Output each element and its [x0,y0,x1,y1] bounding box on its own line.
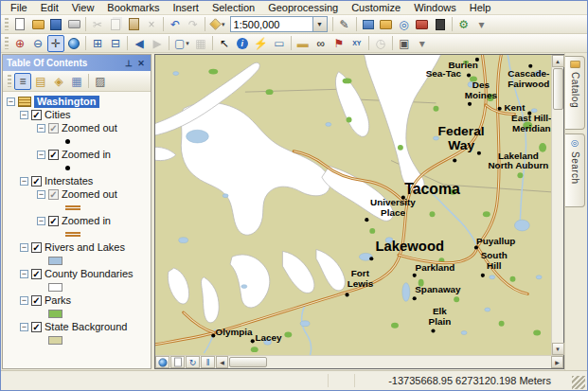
print-button[interactable] [65,16,82,33]
catalog-window-button[interactable] [378,16,395,33]
scroll-left-icon[interactable]: ◀ [216,356,228,368]
measure-button[interactable]: ▬ [294,35,312,52]
find-button[interactable]: ∞ [312,35,330,52]
scroll-up-icon[interactable]: ▲ [552,55,564,67]
list-by-drawing-order-button[interactable]: ≡ [14,73,31,90]
menu-selection[interactable]: Selection [205,1,261,14]
time-slider-button[interactable]: ◷ [372,35,389,52]
full-extent-button[interactable] [65,35,82,52]
toolbar-overflow-button[interactable]: ▾ [414,35,431,52]
toc-options-button[interactable]: ▨ [92,73,109,90]
zoom-in-button[interactable]: ⊕ [11,35,28,52]
collapse-icon[interactable]: − [20,243,28,252]
menu-insert[interactable]: Insert [166,1,205,14]
paste-button[interactable] [125,16,142,33]
hyperlink-button[interactable]: ⚡ [252,35,270,52]
copy-button[interactable] [107,16,124,33]
modelbuilder-window-button[interactable]: ⚙ [455,16,472,33]
fill-symbol[interactable] [48,310,62,318]
resize-grip[interactable] [572,376,585,389]
find-route-button[interactable]: ⚑ [330,35,347,52]
menu-customize[interactable]: Customize [345,1,407,14]
layer-checkbox[interactable]: ✓ [48,150,59,160]
new-document-button[interactable] [11,16,28,33]
collapse-icon[interactable]: − [37,151,45,159]
pin-icon[interactable]: ⊥ [123,59,134,68]
scroll-down-icon[interactable]: ▼ [552,343,564,355]
map-canvas[interactable]: BurienSea-TacCascade-FairwoodDesMoinesKe… [155,55,551,355]
toolbar-overflow-button[interactable]: ▾ [473,16,490,33]
add-data-button[interactable]: ▾ [208,16,227,33]
close-icon[interactable]: ✕ [135,59,147,68]
pan-button[interactable]: ✛ [47,35,64,52]
fill-symbol[interactable] [48,336,62,345]
layer-label[interactable]: Parks [45,294,71,307]
layer-checkbox[interactable]: ✓ [31,295,42,306]
fill-symbol[interactable] [48,283,62,292]
layer-checkbox[interactable]: ✓ [31,322,42,332]
layer-checkbox[interactable]: ✓ [31,242,42,253]
refresh-view-button[interactable]: ↻ [186,356,200,368]
collapse-icon[interactable]: − [37,124,45,133]
horizontal-scroll-thumb[interactable] [229,357,267,367]
viewer-window-button[interactable]: ▣ [396,35,413,52]
menu-help[interactable]: Help [463,1,498,14]
collapse-icon[interactable]: − [20,323,28,331]
layer-label[interactable]: Cities [45,109,71,121]
search-window-button[interactable]: ◎ [396,16,413,33]
pause-drawing-button[interactable]: ‖ [201,356,215,368]
menu-bookmarks[interactable]: Bookmarks [100,1,166,14]
fixed-zoom-out-button[interactable]: ⊟ [107,35,124,52]
map-scale-combo[interactable]: ▼ [230,16,328,32]
layer-label[interactable]: Zoomed out [62,188,117,201]
collapse-icon[interactable]: − [37,217,45,225]
layer-label[interactable]: Interstates [45,175,93,187]
collapse-icon[interactable]: − [20,111,28,119]
layer-checkbox[interactable]: ✓ [48,216,59,226]
fixed-zoom-in-button[interactable]: ⊞ [89,35,106,52]
dataframe-label[interactable]: Washington [34,96,99,108]
menu-file[interactable]: File [4,1,34,14]
collapse-icon[interactable]: − [20,296,28,305]
menu-view[interactable]: View [65,1,101,14]
menu-windows[interactable]: Windows [407,1,463,14]
point-symbol[interactable] [65,166,70,170]
vertical-scroll-thumb[interactable] [553,68,563,110]
identify-button[interactable]: i [234,35,251,52]
layer-label[interactable]: County Boundaries [45,268,134,280]
collapse-icon[interactable]: − [20,270,28,278]
collapse-icon[interactable]: − [20,177,28,186]
layer-checkbox[interactable]: ✓ [48,123,59,133]
map-scale-input[interactable] [231,19,312,30]
list-by-source-button[interactable]: ▤ [32,73,49,90]
menu-geoprocessing[interactable]: Geoprocessing [261,1,345,14]
fill-symbol[interactable] [48,257,62,265]
table-of-contents-window-button[interactable] [360,16,377,33]
list-by-visibility-button[interactable]: ◈ [50,73,67,90]
dock-tab-catalog[interactable]: Catalog [565,56,585,130]
delete-button[interactable]: × [143,16,160,33]
clear-selection-button[interactable]: ▦ [192,35,209,52]
layer-label[interactable]: Rivers and Lakes [45,241,125,254]
open-folder-button[interactable] [29,16,46,33]
go-forward-extent-button[interactable]: ▶ [149,35,166,52]
map-scale-dropdown-icon[interactable]: ▼ [312,17,327,31]
arctoolbox-window-button[interactable] [414,16,431,33]
go-to-xy-button[interactable]: XY [348,35,365,52]
point-symbol[interactable] [65,139,70,144]
layer-label[interactable]: State Background [45,321,127,333]
scroll-right-icon[interactable]: ▶ [551,356,563,368]
layer-checkbox[interactable]: ✓ [48,189,59,200]
layer-label[interactable]: Zoomed out [62,122,117,134]
layer-checkbox[interactable]: ✓ [31,176,42,187]
dock-tab-search[interactable]: ◎Search [565,133,585,207]
zoom-out-button[interactable]: ⊖ [29,35,46,52]
save-button[interactable] [47,16,64,33]
html-popup-button[interactable]: ▭ [271,35,288,52]
layer-label[interactable]: Zoomed in [62,215,111,227]
select-features-button[interactable]: ▢▾ [172,35,191,52]
editor-toolbar-button[interactable]: ✎ [336,16,353,33]
menu-edit[interactable]: Edit [34,1,65,14]
python-window-button[interactable] [432,16,449,33]
line-symbol[interactable] [65,232,80,237]
